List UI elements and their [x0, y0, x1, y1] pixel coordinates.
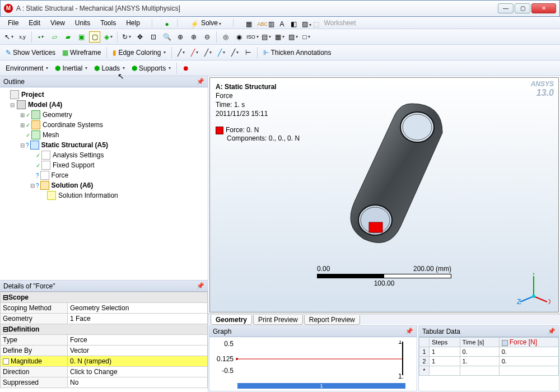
edge-coloring-button[interactable]: ▮Edge Coloring	[110, 49, 168, 57]
tree-mesh[interactable]: Mesh	[41, 131, 60, 139]
detail-scope-cat[interactable]: Scope	[8, 293, 29, 301]
supports-button[interactable]: ⬢Supports	[129, 64, 173, 72]
tree-coord[interactable]: Coordinate Systems	[41, 121, 104, 129]
tabular-pin-icon[interactable]: 📌	[548, 328, 556, 335]
zoom-box-icon[interactable]: ⊡	[148, 31, 159, 43]
tb-icon-3[interactable]: ▥	[263, 18, 273, 28]
inertial-button[interactable]: ⬢Inertial	[53, 64, 90, 72]
col-steps[interactable]: Steps	[430, 338, 460, 347]
tb-icon-6[interactable]: ▨	[297, 18, 307, 28]
tabular-grid[interactable]: StepsTime [s]Force [N] 110.0. 211.0. *	[419, 337, 559, 391]
menu-units[interactable]: Units	[71, 18, 95, 28]
menu-edit[interactable]: Edit	[24, 18, 45, 28]
vertex-select-icon[interactable]: ▪	[35, 31, 46, 43]
view4-icon[interactable]: □	[301, 31, 312, 43]
detail-suppressed-val[interactable]: No	[68, 377, 208, 388]
tree-fixed-support[interactable]: Fixed Support	[52, 161, 96, 169]
menu-view[interactable]: View	[46, 18, 69, 28]
detail-magnitude-val[interactable]: 0. N (ramped)	[68, 356, 208, 367]
tree-geometry[interactable]: Geometry	[41, 111, 73, 119]
xyz-icon[interactable]: x,y	[17, 31, 28, 43]
row-2-time[interactable]: 1.	[460, 357, 499, 366]
tb-icon-1[interactable]: ▦	[241, 18, 251, 28]
cube-select-icon[interactable]: ◈	[102, 31, 114, 43]
probe-icon[interactable]: ◎	[220, 31, 231, 43]
view2-icon[interactable]: ▦	[274, 31, 285, 43]
magnitude-checkbox[interactable]	[3, 358, 9, 365]
edge-select-icon[interactable]: ▱	[49, 31, 60, 43]
expand-icon[interactable]: ⊟	[9, 102, 16, 108]
tab-geometry[interactable]: Geometry	[211, 315, 252, 325]
solve-button[interactable]: Solve	[197, 18, 226, 28]
show-vertices-button[interactable]: ✎Show Vertices	[3, 49, 58, 57]
probe2-icon[interactable]: ◉	[234, 31, 245, 43]
row-1-n[interactable]: 1	[419, 347, 430, 357]
wireframe-button[interactable]: ▦Wireframe	[60, 49, 103, 57]
environment-button[interactable]: Environment	[3, 64, 50, 72]
edge-legend-icon[interactable]: ⊢	[242, 47, 254, 58]
maximize-button[interactable]: ▢	[515, 3, 530, 13]
select-icon[interactable]: ↖	[3, 31, 15, 43]
zoom-fit-icon[interactable]: ⊕	[175, 31, 186, 43]
detail-direction-val[interactable]: Click to Change	[68, 367, 208, 377]
detail-def-cat[interactable]: Definition	[8, 325, 39, 333]
edge-opt3-icon[interactable]: ╱	[202, 47, 213, 58]
view-mode-icon[interactable]: ▤	[260, 31, 272, 43]
outline-tree[interactable]: Project ⊟Model (A4) ⊞✓Geometry ⊞✓Coordin…	[0, 87, 208, 280]
graph-selection-bar[interactable]: 1	[237, 383, 405, 389]
loads-button[interactable]: ⬢Loads	[92, 64, 127, 72]
row-1-time[interactable]: 0.	[460, 347, 499, 357]
tb-icon-4[interactable]: A	[274, 18, 284, 28]
tree-analysis-settings[interactable]: Analysis Settings	[52, 151, 105, 159]
row-2-force[interactable]: 0.	[499, 357, 558, 366]
tree-solution[interactable]: Solution (A6)	[50, 181, 95, 189]
body-select-icon[interactable]: ▣	[76, 31, 87, 43]
row-new[interactable]: *	[419, 366, 430, 376]
go-icon[interactable]: ●	[160, 18, 170, 28]
edge-opt1-icon[interactable]: ╱	[175, 47, 186, 58]
solve-icon[interactable]: ⚡	[185, 18, 195, 28]
edge-opt2-icon[interactable]: ╱	[189, 47, 200, 58]
minimize-button[interactable]: —	[498, 3, 514, 13]
zoom-out-icon[interactable]: ⊖	[202, 31, 213, 43]
tree-project[interactable]: Project	[20, 91, 45, 99]
row-1-force[interactable]: 0.	[499, 347, 558, 357]
box-select-icon[interactable]: ▢	[89, 31, 100, 43]
outline-pin-icon[interactable]: 📌	[197, 78, 204, 85]
zoom-icon[interactable]: 🔍	[161, 31, 172, 43]
expand-icon[interactable]: ⊟	[29, 183, 36, 189]
graph-pin-icon[interactable]: 📌	[405, 328, 413, 335]
row-2-steps[interactable]: 1	[430, 357, 460, 366]
details-pin-icon[interactable]: 📌	[197, 282, 204, 290]
tree-model[interactable]: Model (A4)	[27, 101, 63, 109]
tab-print-preview[interactable]: Print Preview	[253, 315, 303, 325]
triad-icon[interactable]: X Y Z	[517, 273, 550, 306]
force-col-checkbox[interactable]	[502, 340, 508, 346]
rotate-icon[interactable]: ↻	[121, 31, 132, 43]
detail-geom-val[interactable]: 1 Face	[68, 314, 208, 324]
col-force[interactable]: Force [N]	[499, 338, 558, 347]
tb-abc-icon[interactable]: ABC	[252, 18, 262, 28]
thicken-button[interactable]: ⊩Thicken Annotations	[261, 49, 333, 57]
expand-icon[interactable]: ⊞	[19, 112, 26, 118]
tab-report-preview[interactable]: Report Preview	[304, 315, 360, 325]
viewport-3d[interactable]: A: Static Structural Force Time: 1. s 20…	[209, 77, 559, 312]
graph-area[interactable]: 0.5 -0.125 -0.5 1. 1. 1	[209, 337, 417, 391]
pan-icon[interactable]: ✥	[134, 31, 146, 43]
face-select-icon[interactable]: ▰	[62, 31, 73, 43]
close-button[interactable]: ✕	[531, 3, 556, 13]
iso-icon[interactable]: ISO	[247, 31, 258, 43]
detail-defineby-val[interactable]: Vector	[68, 346, 208, 356]
menu-file[interactable]: File	[3, 18, 23, 28]
tb-icon-5[interactable]: ◧	[286, 18, 296, 28]
edge-opt4-icon[interactable]: ╱	[216, 47, 227, 58]
row-2-n[interactable]: 2	[419, 357, 430, 366]
record-icon[interactable]: ⏺	[180, 63, 192, 74]
zoom-in-icon[interactable]: ⊕	[188, 31, 199, 43]
part-geometry[interactable]	[344, 92, 456, 255]
expand-icon[interactable]: ⊞	[19, 122, 26, 128]
details-grid[interactable]: ⊟Scope Scoping MethodGeometry Selection …	[0, 292, 208, 392]
col-time[interactable]: Time [s]	[460, 338, 499, 347]
view3-icon[interactable]: ▨	[287, 31, 298, 43]
menu-help[interactable]: Help	[122, 18, 144, 28]
